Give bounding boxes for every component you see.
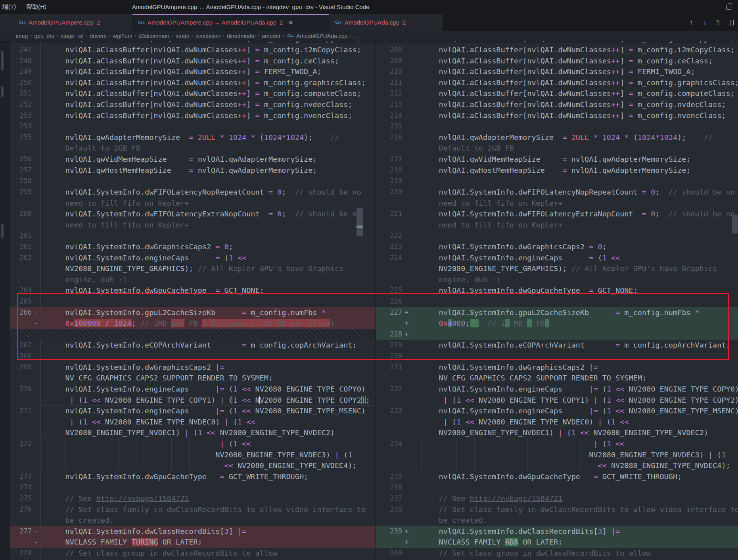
line-number-gutter[interactable]: 222 (376, 230, 411, 241)
code-line[interactable]: // Set class family in dwClassRecordBits… (411, 504, 738, 515)
line-number-gutter[interactable]: 228+ (376, 329, 411, 340)
breadcrumb-item[interactable]: strats (176, 33, 189, 39)
line-number-gutter[interactable] (376, 460, 411, 471)
split-editor-icon[interactable] (728, 20, 736, 25)
code-line[interactable] (41, 230, 376, 241)
code-line[interactable]: be created. (41, 515, 376, 526)
breadcrumb-item[interactable]: d3dcommon (139, 33, 169, 39)
code-line[interactable]: nvlQAI.aClassBuffer[nvlQAI.dwNumClasses+… (411, 44, 738, 55)
line-number-gutter[interactable]: 221 (376, 208, 411, 220)
code-line[interactable]: nvlQAI.qwAdapterMemorySize = 2ULL * 1024… (41, 132, 376, 143)
menu-item[interactable]: 端(T) (2, 3, 16, 11)
line-number-gutter[interactable] (10, 515, 40, 526)
code-line[interactable]: need to fill fifo on Kepler+ (411, 220, 738, 231)
line-number-gutter[interactable]: + (376, 537, 411, 548)
line-number-gutter[interactable]: 223 (376, 241, 411, 252)
breadcrumb-item[interactable]: simulation (196, 33, 220, 39)
code-line[interactable]: nvlQAI.aClassBuffer[nvlQAI.dwNumClasses+… (411, 55, 738, 67)
line-number-gutter[interactable]: 252 (10, 99, 40, 110)
code-line[interactable]: nvlQAI.SystemInfo.eCOPArchVariant = m_co… (411, 340, 738, 351)
code-line[interactable]: nvlQAI.qwAdapterMemorySize = 2ULL * 1024… (411, 132, 738, 143)
breadcrumb-item[interactable]: integ (16, 33, 28, 39)
code-line[interactable]: nvlQAI.aClassBuffer[nvlQAI.dwNumClasses+… (411, 110, 738, 121)
code-line[interactable]: nvlQAI.aClassBuffer[nvlQAI.dwNumClasses+… (411, 88, 738, 99)
line-number-gutter[interactable] (10, 263, 40, 274)
code-line[interactable]: nvlQAI.SystemInfo.engineCaps |= (1 << NV… (41, 384, 376, 395)
code-line[interactable]: be created. (411, 515, 738, 526)
code-line[interactable]: nvlQAI.SystemInfo.dwFIFOLatencyNopRepeat… (41, 187, 376, 198)
breadcrumb-item[interactable]: gpu_drv (34, 33, 54, 39)
line-number-gutter[interactable]: 276 (10, 504, 40, 515)
code-line[interactable]: need to fill fifo on Kepler+ (411, 198, 738, 209)
line-number-gutter[interactable] (376, 274, 411, 285)
breadcrumb-item[interactable]: amodel (262, 33, 280, 39)
code-line[interactable]: nvlQAI.SystemInfo.engineCaps = (1 << (411, 252, 738, 264)
code-line[interactable]: NV_CFG_GRAPHICS_CAPS2_SUPPORT_RENDER_TO_… (41, 373, 376, 384)
line-number-gutter[interactable]: 211 (376, 77, 411, 88)
line-number-gutter[interactable] (376, 143, 411, 154)
code-line[interactable]: NV2080_ENGINE_TYPE_NVDEC3) | (1 (411, 449, 738, 461)
code-line[interactable] (41, 121, 376, 132)
line-number-gutter[interactable]: 209 (376, 55, 411, 67)
line-number-gutter[interactable] (10, 143, 40, 154)
line-number-gutter[interactable]: 267 (10, 340, 40, 351)
line-number-gutter[interactable]: 275 (10, 493, 40, 504)
line-number-gutter[interactable]: 249 (10, 66, 40, 77)
line-number-gutter[interactable] (376, 373, 411, 384)
code-line[interactable]: nvlQAI.aClassBuffer[nvlQAI.dwNumClasses+… (41, 66, 376, 77)
code-line[interactable]: | (1 << (41, 438, 376, 449)
line-number-gutter[interactable]: - (10, 318, 40, 329)
code-line[interactable]: nvlQAI.aClassBuffer[nvlQAI.dwNumClasses+… (411, 66, 738, 77)
code-line[interactable]: NVCLASS_FAMILY_ADA_OR_LATER; (411, 537, 738, 548)
line-number-gutter[interactable]: 214 (376, 110, 411, 121)
code-line[interactable]: nvlQAI.SystemInfo.engineCaps |= (1 << NV… (411, 384, 738, 395)
line-number-gutter[interactable]: 240 (376, 548, 411, 559)
line-number-gutter[interactable]: 253 (10, 110, 40, 121)
code-line[interactable]: nvlQAI.qwVidMemHeapSize = nvlQAI.qwAdapt… (411, 154, 738, 165)
line-number-gutter[interactable]: 235 (376, 471, 411, 482)
code-line[interactable]: need to fill fifo on Kepler+ (41, 198, 376, 209)
code-line[interactable]: NVCLASS_FAMILY_TURING_OR_LATER; (41, 537, 376, 548)
line-number-gutter[interactable]: 273 (10, 471, 40, 482)
line-number-gutter[interactable] (376, 41, 411, 44)
code-line[interactable]: NV2080_ENGINE_TYPE_NVDEC1) | (1 << NV208… (41, 427, 376, 438)
code-line[interactable]: nvlQAI.SystemInfo.engineCaps = (1 << (41, 252, 376, 264)
line-number-gutter[interactable] (10, 220, 40, 231)
left-scrollbar-slider[interactable] (357, 208, 363, 236)
code-line[interactable]: | (1 << NV2080_ENGINE_TYPE_NVDEC0) | (1 … (41, 417, 376, 428)
breadcrumb-item[interactable]: stage_rel (61, 33, 84, 39)
code-line[interactable]: nvlQAI.SystemInfo.dwGraphicsCaps2 |= (41, 362, 376, 373)
line-number-gutter[interactable] (376, 395, 411, 406)
code-line[interactable]: // See http://nvbugs/1584721 (411, 493, 738, 504)
code-line[interactable]: 0x4000; // 16 MB / FBP (411, 318, 738, 329)
code-line[interactable]: << NV2080_ENGINE_TYPE_NVDEC4); (41, 460, 376, 471)
code-line[interactable]: Default to 2GB FB (411, 143, 738, 154)
line-number-gutter[interactable]: 248 (10, 55, 40, 67)
line-number-gutter[interactable]: 229 (376, 340, 411, 351)
line-number-gutter[interactable] (376, 515, 411, 526)
code-line[interactable]: nvlQAI.aClassBuffer[nvlQAI.dwNumClasses+… (41, 88, 376, 99)
line-number-gutter[interactable] (376, 417, 411, 428)
code-line[interactable]: nvlQAI.SystemInfo.dwGpuCacheType = GCT_W… (41, 471, 376, 482)
code-line[interactable]: nvlQAI.SystemInfo.dwClassRecordBits[3] |… (411, 526, 738, 537)
menu-item[interactable]: 帮助(H) (26, 3, 46, 11)
code-line[interactable]: // Set class group in dwClassRecordBits … (41, 548, 376, 559)
code-line[interactable]: | (1 << NV2080_ENGINE_TYPE_COPY1) | (1 <… (411, 395, 738, 406)
line-number-gutter[interactable]: 212 (376, 88, 411, 99)
code-line[interactable]: NV_CFG_GRAPHICS_CAPS2_SUPPORT_RENDER_TO_… (411, 373, 738, 384)
line-number-gutter[interactable]: 217 (376, 154, 411, 165)
code-line[interactable]: nvlQAI.aClassBuffer[nvlQAI.dwNumClasses+… (411, 77, 738, 88)
line-number-gutter[interactable]: 230 (376, 351, 411, 362)
line-number-gutter[interactable]: 265 (10, 296, 40, 307)
line-number-gutter[interactable]: 219 (376, 176, 411, 187)
code-line[interactable]: << NV2080_ENGINE_TYPE_NVDEC4); (411, 460, 738, 471)
code-line[interactable]: nvlQAI.SystemInfo.dwFIFOLatencyExtraNopC… (411, 208, 738, 220)
line-number-gutter[interactable] (10, 274, 40, 285)
line-number-gutter[interactable] (376, 427, 411, 438)
line-number-gutter[interactable]: + (376, 318, 411, 329)
line-number-gutter[interactable]: 216 (376, 132, 411, 143)
line-number-gutter[interactable]: 224 (376, 252, 411, 264)
previous-change-icon[interactable]: ↑ (687, 19, 695, 27)
line-number-gutter[interactable]: 278 (10, 548, 40, 559)
code-line[interactable]: NV2080_ENGINE_TYPE_NVDEC1) | (1 << NV208… (411, 427, 738, 438)
